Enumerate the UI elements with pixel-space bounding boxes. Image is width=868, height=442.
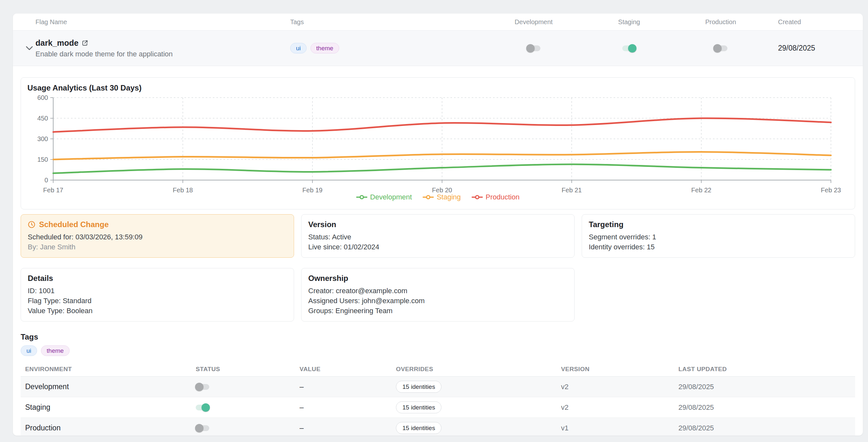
- legend-item-staging[interactable]: Staging: [423, 193, 461, 201]
- environments-table: ENVIRONMENTSTATUSVALUEOVERRIDESVERSIONLA…: [21, 366, 855, 436]
- legend-marker-icon: [472, 195, 483, 199]
- chart-legend: DevelopmentStagingProduction: [21, 193, 855, 201]
- flag-detail-card: Flag Name Tags Development Staging Produ…: [13, 13, 863, 436]
- col-production: Production: [681, 19, 760, 26]
- svg-text:Feb 19: Feb 19: [303, 186, 322, 194]
- tag-pill-ui[interactable]: ui: [21, 345, 37, 356]
- env-col-3: OVERRIDES: [396, 366, 561, 373]
- env-row-development: Development–15 identitiesv229/08/2025: [21, 377, 855, 397]
- version-title: Version: [308, 220, 567, 229]
- col-flag-name: Flag Name: [35, 19, 290, 26]
- usage-analytics-chart: 0150300450600Feb 17Feb 18Feb 19Feb 20Feb…: [27, 90, 848, 196]
- env-value: –: [300, 403, 396, 412]
- development-toggle[interactable]: [527, 45, 540, 51]
- legend-marker-icon: [356, 195, 367, 199]
- flag-row: dark_mode Enable dark mode theme for the…: [13, 31, 863, 66]
- identities-overrides-button[interactable]: 15 identities: [396, 381, 441, 393]
- flag-description: Enable dark mode theme for the applicati…: [35, 50, 290, 58]
- env-version: v1: [561, 424, 678, 432]
- details-title: Details: [28, 274, 287, 283]
- tags-list: uitheme: [21, 345, 855, 356]
- tag-pill-theme[interactable]: theme: [41, 345, 70, 356]
- toggle-knob: [202, 403, 210, 412]
- env-last-updated: 29/08/2025: [678, 383, 854, 391]
- flag-name[interactable]: dark_mode: [35, 38, 290, 48]
- staging-toggle[interactable]: [622, 45, 636, 51]
- version-panel: Version Status: Active Live since: 01/02…: [301, 214, 575, 258]
- env-name: Staging: [21, 403, 196, 412]
- svg-text:Feb 21: Feb 21: [562, 186, 582, 194]
- env-col-0: ENVIRONMENT: [21, 366, 196, 373]
- legend-marker-icon: [423, 195, 434, 199]
- assigned-users: Assigned Users: john@example.com: [308, 296, 567, 306]
- env-version: v2: [561, 383, 678, 391]
- legend-item-production[interactable]: Production: [472, 193, 520, 201]
- flag-detail-section: Usage Analytics (Last 30 Days) 015030045…: [13, 77, 863, 436]
- col-tags: Tags: [290, 19, 490, 26]
- version-live-since: Live since: 01/02/2024: [308, 242, 567, 252]
- ownership-panel: Ownership Creator: creator@example.com A…: [301, 268, 575, 321]
- svg-text:Feb 23: Feb 23: [821, 186, 841, 194]
- external-link-icon[interactable]: [82, 40, 88, 46]
- creator: Creator: creator@example.com: [308, 286, 567, 296]
- segment-overrides: Segment overrides: 1: [589, 232, 848, 242]
- scheduled-for: Scheduled for: 03/03/2026, 13:59:09: [28, 232, 287, 242]
- env-last-updated: 29/08/2025: [678, 424, 854, 432]
- value-type: Value Type: Boolean: [28, 306, 287, 316]
- env-row-staging: Staging–15 identitiesv229/08/2025: [21, 397, 855, 418]
- tags-section-title: Tags: [21, 333, 855, 341]
- env-last-updated: 29/08/2025: [678, 403, 854, 412]
- flag-table-header: Flag Name Tags Development Staging Produ…: [13, 13, 863, 31]
- svg-text:0: 0: [44, 176, 48, 183]
- tag-pill-ui[interactable]: ui: [290, 43, 307, 54]
- env-version: v2: [561, 403, 678, 412]
- svg-text:300: 300: [37, 135, 48, 142]
- targeting-title: Targeting: [589, 220, 848, 229]
- env-status-toggle-development[interactable]: [196, 384, 209, 390]
- chevron-down-icon: [25, 45, 34, 51]
- groups: Groups: Engineering Team: [308, 306, 567, 316]
- identity-overrides: Identity overrides: 15: [589, 242, 848, 252]
- scheduled-change-panel: Scheduled Change Scheduled for: 03/03/20…: [21, 214, 294, 258]
- production-toggle[interactable]: [714, 45, 727, 51]
- env-status-toggle-production[interactable]: [196, 425, 209, 431]
- svg-text:Feb 20: Feb 20: [432, 186, 452, 194]
- env-col-1: STATUS: [196, 366, 300, 373]
- flag-id: ID: 1001: [28, 286, 287, 296]
- svg-text:Feb 18: Feb 18: [173, 186, 193, 194]
- col-created: Created: [760, 19, 863, 26]
- flag-tags: uitheme: [290, 43, 490, 54]
- tag-pill-theme[interactable]: theme: [311, 43, 339, 54]
- usage-analytics-panel: Usage Analytics (Last 30 Days) 015030045…: [21, 77, 855, 209]
- identities-overrides-button[interactable]: 15 identities: [396, 422, 441, 434]
- env-row-production: Production–15 identitiesv129/08/2025: [21, 418, 855, 436]
- svg-text:150: 150: [37, 156, 48, 163]
- created-date: 29/08/2025: [760, 44, 863, 53]
- env-col-5: LAST UPDATED: [678, 366, 854, 373]
- ownership-title: Ownership: [308, 274, 567, 283]
- expand-row-button[interactable]: [13, 45, 35, 51]
- identities-overrides-button[interactable]: 15 identities: [396, 401, 441, 413]
- svg-text:450: 450: [37, 115, 48, 122]
- env-value: –: [300, 382, 396, 391]
- toggle-knob: [526, 44, 535, 53]
- tags-section: Tags uitheme: [21, 333, 855, 356]
- toggle-knob: [628, 44, 637, 53]
- svg-text:600: 600: [37, 94, 48, 101]
- toggle-knob: [195, 383, 204, 391]
- env-name: Production: [21, 423, 196, 432]
- scheduled-by: By: Jane Smith: [28, 242, 287, 252]
- col-development: Development: [490, 19, 577, 26]
- details-panel: Details ID: 1001 Flag Type: Standard Val…: [21, 268, 294, 321]
- toggle-knob: [195, 424, 204, 432]
- legend-item-development[interactable]: Development: [356, 193, 412, 201]
- env-col-2: VALUE: [300, 366, 396, 373]
- col-staging: Staging: [577, 19, 681, 26]
- version-status: Status: Active: [308, 232, 567, 242]
- env-value: –: [300, 423, 396, 432]
- env-name: Development: [21, 382, 196, 391]
- env-status-toggle-staging[interactable]: [196, 405, 209, 410]
- env-col-4: VERSION: [561, 366, 678, 373]
- targeting-panel: Targeting Segment overrides: 1 Identity …: [582, 214, 855, 258]
- svg-text:Feb 22: Feb 22: [691, 186, 711, 194]
